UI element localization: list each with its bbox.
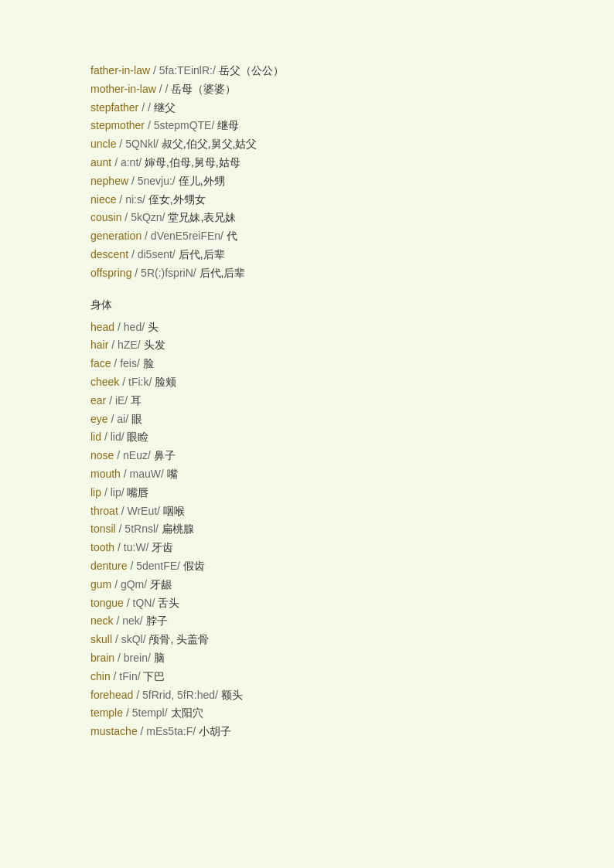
list-item: offspring / 5R(:)fspriN/ 后代,后辈 [90,264,583,283]
term: head [90,321,114,333]
list-item: tonsil / 5tRnsl/ 扁桃腺 [90,520,583,539]
family-section: father-in-law / 5fa:TEinlR:/ 岳父（公公）mothe… [90,62,583,283]
pronunciation: / brein/ [118,652,151,664]
chinese-meaning: 继母 [217,119,239,131]
section-heading: 身体 [90,298,112,311]
term: denture [90,560,127,572]
pronunciation: / mEs5ta:F/ [141,725,196,737]
list-item: ear / iE/ 耳 [90,392,583,410]
list-item: brain / brein/ 脑 [90,649,583,668]
chinese-meaning: 小胡子 [199,725,231,737]
term: stepmother [90,119,145,131]
pronunciation: / / [142,101,151,114]
chinese-meaning: 咽喉 [163,505,185,517]
term: mustache [90,725,138,737]
list-item: nose / nEuz/ 鼻子 [90,447,583,465]
chinese-meaning: 牙齿 [152,541,173,553]
term: descent [90,248,128,260]
term: forehead [90,689,133,701]
chinese-meaning: 眼睑 [127,431,148,443]
chinese-meaning: 眼 [131,413,142,425]
pronunciation: / tFi:k/ [122,376,152,388]
chinese-meaning: 太阳穴 [171,706,203,719]
chinese-meaning: 头 [148,321,159,333]
chinese-meaning: 侄女,外甥女 [148,193,206,206]
chinese-meaning: 鼻子 [154,449,176,461]
list-item: mouth / mauW/ 嘴 [90,465,583,484]
pronunciation: / 5kQzn/ [125,211,165,223]
term: aunt [90,156,111,168]
chinese-meaning: 脖子 [146,614,168,627]
term: throat [90,505,118,517]
chinese-meaning: 后代,后辈 [200,267,246,279]
list-item: lip / lip/ 嘴唇 [90,484,583,502]
list-item: aunt / a:nt/ 婶母,伯母,舅母,姑母 [90,154,583,172]
chinese-meaning: 侄儿,外甥 [179,175,225,187]
chinese-meaning: 扁桃腺 [162,523,194,535]
list-item: cheek / tFi:k/ 脸颊 [90,373,583,392]
term: eye [90,413,108,425]
list-item: temple / 5templ/ 太阳穴 [90,704,583,723]
chinese-meaning: 代 [227,230,237,242]
chinese-meaning: 头发 [144,339,165,351]
term: nephew [90,175,128,187]
chinese-meaning: 脑 [154,652,165,664]
chinese-meaning: 岳父（公公） [219,64,284,77]
chinese-meaning: 继父 [154,101,176,114]
pronunciation: / hed/ [118,321,145,333]
chinese-meaning: 颅骨, 头盖骨 [148,633,209,645]
term: niece [90,193,116,206]
list-item: head / hed/ 头 [90,318,583,337]
list-item: tongue / tQN/ 舌头 [90,594,583,613]
list-item: lid / lid/ 眼睑 [90,428,583,447]
term: neck [90,614,114,627]
list-item: uncle / 5QNkl/ 叔父,伯父,舅父,姑父 [90,135,583,154]
chinese-meaning: 下巴 [143,670,165,682]
chinese-meaning: 额头 [221,689,243,701]
term: hair [90,339,108,351]
term: uncle [90,138,116,150]
term: cousin [90,211,121,223]
pronunciation: / 5QNkl/ [119,138,159,150]
pronunciation: / / [159,83,169,95]
pronunciation: / WrEut/ [121,505,160,517]
list-item: hair / hZE/ 头发 [90,336,583,355]
list-item: tooth / tu:W/ 牙齿 [90,539,583,557]
chinese-meaning: 嘴唇 [127,486,148,499]
list-item: mustache / mEs5ta:F/ 小胡子 [90,723,583,741]
pronunciation: / 5nevju:/ [131,175,176,187]
chinese-meaning: 假齿 [183,560,205,572]
body-section-title: 身体 [90,298,583,312]
chinese-meaning: 舌头 [158,597,179,609]
pronunciation: / feis/ [114,357,139,369]
pronunciation: / skQl/ [115,633,146,645]
list-item: niece / ni:s/ 侄女,外甥女 [90,191,583,209]
term: mother-in-law [90,83,156,95]
chinese-meaning: 脸 [143,357,154,369]
term: nose [90,449,114,461]
list-item: denture / 5dentFE/ 假齿 [90,557,583,576]
pronunciation: / nek/ [116,614,142,627]
body-section: head / hed/ 头hair / hZE/ 头发face / feis/ … [90,318,583,741]
pronunciation: / ni:s/ [119,193,145,206]
term: tonsil [90,523,116,535]
term: face [90,357,111,369]
term: tooth [90,541,114,553]
chinese-meaning: 嘴 [167,468,178,480]
chinese-meaning: 婶母,伯母,舅母,姑母 [145,156,240,168]
pronunciation: / tQN/ [127,597,155,609]
term: tongue [90,597,124,609]
pronunciation: / hZE/ [111,339,140,351]
pronunciation: / 5dentFE/ [130,560,180,572]
list-item: stepfather / / 继父 [90,99,583,117]
term: offspring [90,267,131,279]
list-item: gum / gQm/ 牙龈 [90,576,583,594]
pronunciation: / lip/ [104,486,125,499]
pronunciation: / iE/ [109,394,128,407]
term: father-in-law [90,64,150,77]
pronunciation: / tu:W/ [118,541,148,553]
pronunciation: / 5fRrid, 5fR:hed/ [136,689,218,701]
pronunciation: / di5sent/ [131,248,176,260]
pronunciation: / 5tRnsl/ [119,523,159,535]
term: lip [90,486,101,499]
